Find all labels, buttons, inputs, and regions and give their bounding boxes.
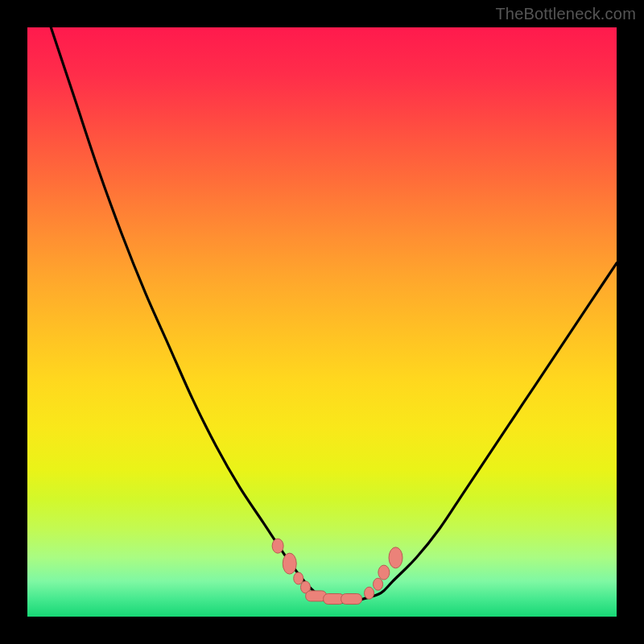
curve-marker <box>272 539 283 553</box>
curve-marker <box>378 565 390 580</box>
bottleneck-curve <box>51 27 617 602</box>
curve-marker <box>341 594 362 605</box>
curve-marker <box>294 572 303 584</box>
curve-layer <box>51 27 617 602</box>
curve-marker <box>283 553 296 574</box>
attribution-text: TheBottleneck.com <box>495 5 636 23</box>
marker-layer <box>272 539 402 604</box>
curve-marker <box>389 547 402 568</box>
curve-marker <box>365 587 374 599</box>
chart-frame: TheBottleneck.com <box>0 0 644 644</box>
chart-svg <box>27 27 617 617</box>
plot-area <box>27 27 617 617</box>
curve-marker <box>374 578 383 590</box>
